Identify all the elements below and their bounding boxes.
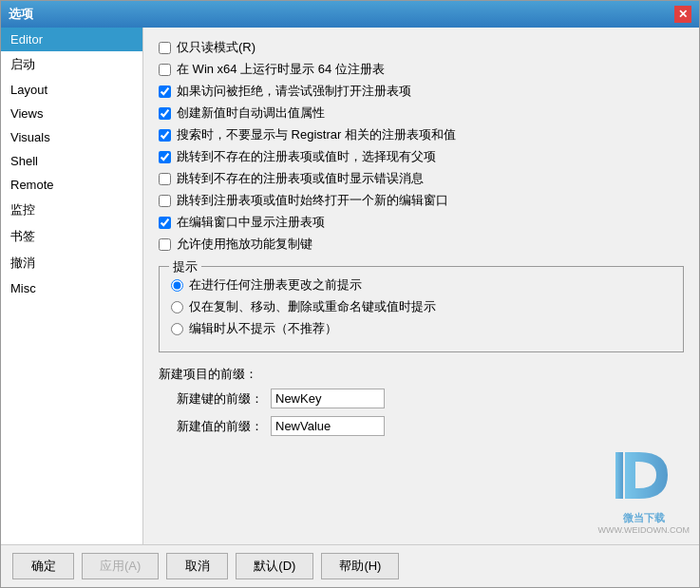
checkbox-3[interactable] xyxy=(159,107,171,120)
key-prefix-label: 新建键的前缀： xyxy=(159,390,263,408)
sidebar-item-书签[interactable]: 书签 xyxy=(1,223,142,250)
checkbox-row-4: 搜索时，不要显示与 Registrar 相关的注册表项和值 xyxy=(159,126,684,143)
value-prefix-label: 新建值的前缀： xyxy=(159,418,263,435)
dialog-title: 选项 xyxy=(9,6,33,23)
help-button[interactable]: 帮助(H) xyxy=(321,553,399,579)
watermark: 微当下载 WWW.WEIDOWN.COM xyxy=(598,445,690,535)
checkbox-4[interactable] xyxy=(159,129,171,142)
radio-label-1: 仅在复制、移动、删除或重命名键或值时提示 xyxy=(189,298,436,315)
ok-button[interactable]: 确定 xyxy=(12,553,74,579)
svg-rect-0 xyxy=(615,452,623,499)
checkbox-label-2: 如果访问被拒绝，请尝试强制打开注册表项 xyxy=(177,83,411,100)
key-prefix-row: 新建键的前缀： xyxy=(159,389,684,408)
checkbox-label-8: 在编辑窗口中显示注册表项 xyxy=(177,214,325,231)
checkbox-row-9: 允许使用拖放功能复制键 xyxy=(159,236,684,253)
checkbox-6[interactable] xyxy=(159,173,171,185)
close-button[interactable]: ✕ xyxy=(674,6,691,23)
radio-0[interactable] xyxy=(171,279,183,292)
sidebar-item-remote[interactable]: Remote xyxy=(1,173,142,197)
checkbox-row-7: 跳转到注册表项或值时始终打开一个新的编辑窗口 xyxy=(159,192,684,209)
watermark-logo xyxy=(606,445,682,506)
checkboxes-container: 仅只读模式(R)在 Win x64 上运行时显示 64 位注册表如果访问被拒绝，… xyxy=(159,39,684,253)
dialog: 选项 ✕ Editor启动LayoutViewsVisualsShellRemo… xyxy=(0,0,700,588)
checkbox-1[interactable] xyxy=(159,64,171,76)
checkbox-label-5: 跳转到不存在的注册表项或值时，选择现有父项 xyxy=(177,148,436,165)
checkbox-row-3: 创建新值时自动调出值属性 xyxy=(159,104,684,122)
sidebar-item-监控[interactable]: 监控 xyxy=(1,197,142,223)
watermark-brand: 微当下载 xyxy=(598,511,690,525)
checkbox-row-0: 仅只读模式(R) xyxy=(159,39,684,56)
cancel-button[interactable]: 取消 xyxy=(166,553,228,579)
checkbox-label-1: 在 Win x64 上运行时显示 64 位注册表 xyxy=(177,61,385,78)
sidebar-item-views[interactable]: Views xyxy=(1,102,142,125)
checkbox-label-9: 允许使用拖放功能复制键 xyxy=(177,236,312,253)
radio-row-2: 编辑时从不提示（不推荐） xyxy=(171,320,672,337)
sidebar-item-撤消[interactable]: 撤消 xyxy=(1,250,142,276)
radio-label-0: 在进行任何注册表更改之前提示 xyxy=(189,276,362,294)
prefix-title: 新建项目的前缀： xyxy=(159,366,684,383)
sidebar-item-misc[interactable]: Misc xyxy=(1,276,142,300)
checkbox-label-3: 创建新值时自动调出值属性 xyxy=(177,104,325,122)
main-area: Editor启动LayoutViewsVisualsShellRemote监控书… xyxy=(1,28,699,544)
radio-row-0: 在进行任何注册表更改之前提示 xyxy=(171,276,672,294)
sidebar-item-visuals[interactable]: Visuals xyxy=(1,125,142,149)
checkbox-row-2: 如果访问被拒绝，请尝试强制打开注册表项 xyxy=(159,83,684,100)
checkbox-2[interactable] xyxy=(159,85,171,98)
value-prefix-row: 新建值的前缀： xyxy=(159,416,684,436)
content-area: 仅只读模式(R)在 Win x64 上运行时显示 64 位注册表如果访问被拒绝，… xyxy=(143,28,699,544)
checkbox-label-4: 搜索时，不要显示与 Registrar 相关的注册表项和值 xyxy=(177,126,456,143)
radios-container: 在进行任何注册表更改之前提示仅在复制、移动、删除或重命名键或值时提示编辑时从不提… xyxy=(171,276,672,337)
checkbox-5[interactable] xyxy=(159,151,171,163)
checkbox-row-8: 在编辑窗口中显示注册表项 xyxy=(159,214,684,231)
value-prefix-input[interactable] xyxy=(271,416,385,436)
radio-1[interactable] xyxy=(171,301,183,313)
title-bar: 选项 ✕ xyxy=(1,1,699,28)
prefix-section: 新建项目的前缀： 新建键的前缀： 新建值的前缀： xyxy=(159,366,684,436)
hints-group: 提示 在进行任何注册表更改之前提示仅在复制、移动、删除或重命名键或值时提示编辑时… xyxy=(159,266,684,352)
apply-button[interactable]: 应用(A) xyxy=(82,553,159,579)
checkbox-label-6: 跳转到不存在的注册表项或值时显示错误消息 xyxy=(177,170,424,187)
radio-row-1: 仅在复制、移动、删除或重命名键或值时提示 xyxy=(171,298,672,315)
radio-2[interactable] xyxy=(171,323,183,335)
checkbox-row-6: 跳转到不存在的注册表项或值时显示错误消息 xyxy=(159,170,684,187)
sidebar-item-shell[interactable]: Shell xyxy=(1,149,142,173)
checkbox-label-7: 跳转到注册表项或值时始终打开一个新的编辑窗口 xyxy=(177,192,448,209)
checkbox-8[interactable] xyxy=(159,217,171,229)
sidebar: Editor启动LayoutViewsVisualsShellRemote监控书… xyxy=(1,28,143,544)
checkbox-row-5: 跳转到不存在的注册表项或值时，选择现有父项 xyxy=(159,148,684,165)
sidebar-item-layout[interactable]: Layout xyxy=(1,78,142,102)
footer: 确定 应用(A) 取消 默认(D) 帮助(H) xyxy=(1,544,699,587)
checkbox-0[interactable] xyxy=(159,42,171,54)
watermark-url: WWW.WEIDOWN.COM xyxy=(598,525,690,535)
hints-group-label: 提示 xyxy=(169,258,201,275)
sidebar-item-editor[interactable]: Editor xyxy=(1,28,142,51)
checkbox-label-0: 仅只读模式(R) xyxy=(177,39,255,56)
default-button[interactable]: 默认(D) xyxy=(236,553,313,579)
checkbox-row-1: 在 Win x64 上运行时显示 64 位注册表 xyxy=(159,61,684,78)
checkbox-9[interactable] xyxy=(159,238,171,251)
key-prefix-input[interactable] xyxy=(271,389,385,408)
sidebar-item-启动[interactable]: 启动 xyxy=(1,51,142,78)
radio-label-2: 编辑时从不提示（不推荐） xyxy=(189,320,337,337)
checkbox-7[interactable] xyxy=(159,195,171,207)
